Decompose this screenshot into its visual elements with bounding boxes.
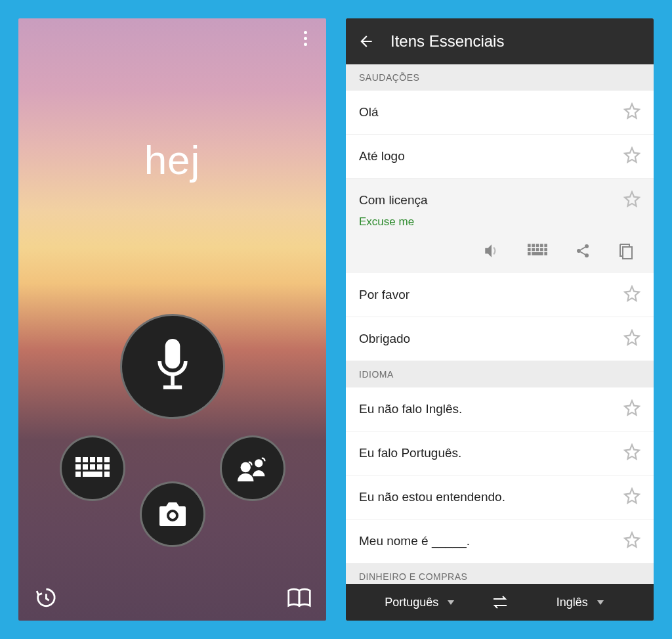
conversation-button[interactable] bbox=[220, 435, 285, 501]
svg-rect-27 bbox=[536, 248, 539, 252]
phrase-row[interactable]: Até logo bbox=[346, 135, 654, 179]
phrasebook-header: Itens Essenciais bbox=[346, 18, 654, 64]
phrase-text: Eu falo Português. bbox=[359, 446, 461, 460]
star-icon bbox=[623, 487, 640, 504]
phrase-text: Por favor bbox=[359, 288, 410, 302]
copy-button[interactable] bbox=[618, 243, 634, 263]
camera-icon bbox=[156, 501, 189, 527]
favorite-button[interactable] bbox=[623, 329, 640, 349]
phrase-row[interactable]: Eu não falo Inglês. bbox=[346, 387, 654, 431]
svg-rect-30 bbox=[528, 252, 531, 255]
favorite-button[interactable] bbox=[623, 146, 640, 166]
svg-point-33 bbox=[585, 244, 589, 248]
phrase-row[interactable]: Eu falo Português. bbox=[346, 431, 654, 475]
history-icon bbox=[34, 586, 56, 609]
keyboard-icon bbox=[528, 243, 547, 256]
share-button[interactable] bbox=[575, 243, 591, 263]
swap-languages-button[interactable] bbox=[487, 595, 513, 609]
input-mode-buttons bbox=[54, 314, 291, 563]
phrase-text: Eu não estou entendendo. bbox=[359, 490, 505, 504]
left-topbar bbox=[18, 18, 326, 58]
phrase-text: Com licença bbox=[359, 193, 428, 208]
svg-rect-12 bbox=[104, 464, 110, 470]
svg-rect-24 bbox=[544, 244, 547, 247]
phrase-text: Olá bbox=[359, 105, 379, 120]
phrase-text: Obrigado bbox=[359, 332, 410, 346]
svg-rect-5 bbox=[90, 457, 95, 462]
phrase-text: Meu nome é _____. bbox=[359, 534, 470, 548]
svg-rect-26 bbox=[532, 248, 535, 252]
svg-rect-28 bbox=[540, 248, 543, 252]
star-icon bbox=[623, 285, 640, 302]
lang-to-button[interactable]: Inglês bbox=[513, 596, 648, 609]
phrase-list: SAUDAÇÕES Olá Até logo Com licença Excus… bbox=[346, 64, 654, 584]
favorite-button[interactable] bbox=[623, 102, 640, 122]
phrase-row-selected[interactable]: Com licença Excuse me bbox=[346, 179, 654, 273]
phrase-row[interactable]: Meu nome é _____. bbox=[346, 519, 654, 563]
svg-point-34 bbox=[577, 249, 581, 253]
svg-rect-9 bbox=[83, 464, 88, 470]
history-button[interactable] bbox=[32, 584, 59, 611]
phrase-row[interactable]: Olá bbox=[346, 91, 654, 135]
type-button[interactable] bbox=[528, 243, 547, 263]
phrase-text: Eu não falo Inglês. bbox=[359, 402, 462, 416]
star-icon bbox=[623, 399, 640, 416]
chevron-down-icon bbox=[597, 600, 604, 605]
swap-icon bbox=[491, 595, 509, 609]
svg-rect-7 bbox=[104, 457, 110, 462]
language-footer: Português Inglês bbox=[346, 584, 654, 621]
camera-button[interactable] bbox=[140, 481, 205, 547]
svg-rect-15 bbox=[104, 472, 110, 477]
section-greetings: SAUDAÇÕES bbox=[346, 64, 654, 91]
svg-rect-21 bbox=[532, 244, 535, 247]
keyboard-icon bbox=[75, 457, 110, 479]
favorite-button[interactable] bbox=[623, 399, 640, 419]
svg-rect-1 bbox=[171, 374, 175, 385]
phrase-row[interactable]: Por favor bbox=[346, 273, 654, 317]
phrase-row[interactable]: Obrigado bbox=[346, 317, 654, 361]
svg-point-19 bbox=[169, 512, 176, 519]
copy-icon bbox=[618, 243, 634, 260]
phrasebook-button[interactable] bbox=[285, 584, 313, 611]
svg-rect-31 bbox=[532, 252, 543, 255]
svg-rect-6 bbox=[97, 457, 102, 462]
svg-rect-23 bbox=[540, 244, 543, 247]
favorite-button[interactable] bbox=[623, 190, 640, 210]
keyboard-button[interactable] bbox=[60, 435, 125, 501]
share-icon bbox=[575, 243, 591, 259]
favorite-button[interactable] bbox=[623, 443, 640, 463]
star-icon bbox=[623, 146, 640, 164]
phrasebook-pane: Itens Essenciais SAUDAÇÕES Olá Até logo … bbox=[346, 18, 654, 621]
page-title: Itens Essenciais bbox=[390, 32, 504, 51]
section-money: DINHEIRO E COMPRAS bbox=[346, 563, 654, 584]
lang-from-button[interactable]: Português bbox=[352, 596, 487, 609]
microphone-button[interactable] bbox=[120, 314, 225, 419]
speak-button[interactable] bbox=[483, 243, 500, 263]
svg-point-17 bbox=[255, 459, 262, 467]
svg-rect-10 bbox=[90, 464, 95, 470]
lang-to-label: Inglês bbox=[556, 596, 588, 609]
phrase-row[interactable]: Eu não estou entendendo. bbox=[346, 475, 654, 519]
favorite-button[interactable] bbox=[623, 531, 640, 551]
star-icon bbox=[623, 443, 640, 460]
svg-point-16 bbox=[240, 462, 250, 472]
favorite-button[interactable] bbox=[623, 285, 640, 305]
chevron-down-icon bbox=[448, 600, 454, 605]
translator-main-pane: hej bbox=[18, 18, 326, 621]
svg-rect-11 bbox=[97, 464, 102, 470]
svg-rect-0 bbox=[165, 339, 180, 368]
translation-text: Excuse me bbox=[359, 215, 414, 229]
svg-rect-29 bbox=[544, 248, 547, 252]
svg-rect-22 bbox=[536, 244, 539, 247]
overflow-menu-icon[interactable] bbox=[296, 29, 314, 47]
svg-rect-20 bbox=[528, 244, 531, 247]
phrase-text: Até logo bbox=[359, 149, 405, 164]
svg-point-35 bbox=[585, 253, 589, 257]
back-button[interactable] bbox=[358, 33, 375, 50]
speaker-icon bbox=[483, 243, 500, 259]
svg-rect-4 bbox=[83, 457, 88, 462]
svg-rect-13 bbox=[75, 472, 81, 477]
favorite-button[interactable] bbox=[623, 487, 640, 507]
left-bottom-bar bbox=[18, 584, 326, 611]
star-icon bbox=[623, 190, 640, 208]
